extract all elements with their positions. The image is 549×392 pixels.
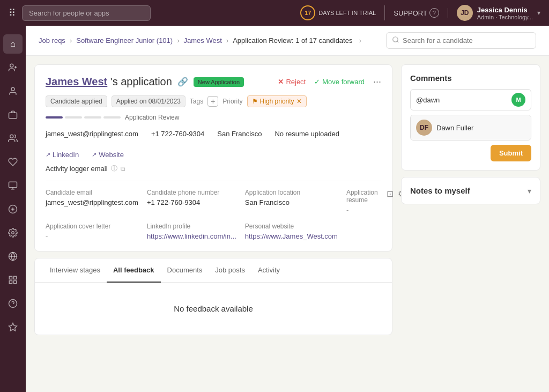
app-actions: ✕ Reject ✓ Move forward ··· bbox=[278, 76, 381, 87]
detail-resume-value: - bbox=[346, 206, 378, 214]
breadcrumb-job-title[interactable]: Software Engineer Junior (101) bbox=[76, 36, 173, 45]
svg-rect-16 bbox=[9, 281, 12, 284]
suggestion-item[interactable]: DF Dawn Fuller bbox=[411, 115, 531, 140]
resize-icon[interactable]: ⊡ bbox=[387, 189, 394, 199]
copy-icon[interactable]: ⧉ bbox=[121, 165, 125, 173]
sidebar-item-add-person[interactable] bbox=[3, 58, 23, 77]
progress-row: Application Review bbox=[46, 114, 381, 121]
location-display: San Francisco bbox=[217, 130, 262, 138]
details-divider bbox=[46, 181, 381, 181]
tab-job-posts[interactable]: Job posts bbox=[209, 258, 251, 283]
no-feedback-message: No feedback available bbox=[46, 304, 381, 313]
trial-badge: 17 DAYS LEFT IN TRIAL bbox=[300, 5, 385, 20]
activity-logger-label: Activity logger email bbox=[46, 165, 108, 173]
more-options-button[interactable]: ··· bbox=[373, 76, 381, 87]
detail-website-label: Personal website bbox=[245, 223, 338, 230]
mention-suggestion-dropdown: DF Dawn Fuller bbox=[410, 115, 531, 140]
detail-candidate-email: Candidate email james_west@ripplingtest.… bbox=[46, 189, 138, 214]
external-link-icon: ↗ bbox=[46, 151, 50, 158]
tab-all-feedback[interactable]: All feedback bbox=[107, 258, 161, 283]
global-search-input[interactable] bbox=[22, 5, 151, 21]
application-container: James West 's application 🔗 New Applicat… bbox=[26, 56, 549, 392]
tab-interview-stages[interactable]: Interview stages bbox=[43, 258, 107, 283]
add-tag-button[interactable]: + bbox=[207, 96, 218, 107]
notes-title: Notes to myself bbox=[410, 186, 470, 195]
breadcrumb-sep-2: › bbox=[177, 36, 179, 45]
right-panel: Comments M DF Dawn Fuller bbox=[401, 64, 540, 383]
trial-days-circle: 17 bbox=[300, 5, 315, 20]
nav-right: 17 DAYS LEFT IN TRIAL SUPPORT ? JD Jessi… bbox=[300, 5, 540, 21]
move-forward-button[interactable]: ✓ Move forward bbox=[314, 78, 365, 86]
remove-priority-button[interactable]: ✕ bbox=[296, 98, 302, 105]
svg-rect-14 bbox=[9, 276, 12, 279]
svg-point-3 bbox=[11, 87, 14, 91]
sidebar-item-globe[interactable] bbox=[3, 247, 23, 266]
detail-cover-letter-label: Application cover letter bbox=[46, 223, 138, 230]
new-application-badge: New Application bbox=[194, 77, 244, 87]
tabs-card: Interview stages All feedback Documents … bbox=[34, 258, 392, 335]
tabs-header: Interview stages All feedback Documents … bbox=[35, 258, 392, 283]
support-link[interactable]: SUPPORT ? bbox=[394, 8, 448, 18]
contact-row: james_west@ripplingtest.com +1 722-760-9… bbox=[46, 130, 381, 159]
sidebar: ⌂ bbox=[0, 26, 26, 392]
reject-button[interactable]: ✕ Reject bbox=[278, 78, 306, 86]
comment-avatar: M bbox=[511, 93, 525, 107]
external-link-icon-2: ↗ bbox=[92, 151, 97, 158]
avatar: JD bbox=[457, 5, 473, 21]
tab-activity[interactable]: Activity bbox=[251, 258, 286, 283]
sidebar-item-settings[interactable] bbox=[3, 223, 23, 242]
app-title: James West 's application 🔗 New Applicat… bbox=[46, 76, 244, 88]
sidebar-item-dollar[interactable] bbox=[3, 199, 23, 219]
user-name: Jessica Dennis bbox=[477, 6, 533, 14]
user-menu[interactable]: JD Jessica Dennis Admin · Technology... … bbox=[457, 5, 540, 21]
svg-rect-15 bbox=[14, 276, 17, 279]
notes-card[interactable]: Notes to myself ▾ bbox=[401, 177, 540, 204]
link-icon[interactable]: 🔗 bbox=[177, 77, 188, 87]
sidebar-item-briefcase[interactable] bbox=[3, 105, 23, 124]
sidebar-item-home[interactable]: ⌂ bbox=[3, 34, 23, 54]
detail-cover-letter-value: - bbox=[46, 232, 138, 240]
content-area: Job reqs › Software Engineer Junior (101… bbox=[26, 26, 549, 392]
submit-button[interactable]: Submit bbox=[491, 145, 531, 161]
breadcrumb: Job reqs › Software Engineer Junior (101… bbox=[26, 26, 549, 56]
app-header: James West 's application 🔗 New Applicat… bbox=[46, 76, 381, 88]
progress-seg-2 bbox=[65, 116, 82, 119]
detail-linkedin-label: LinkedIn profile bbox=[147, 223, 236, 230]
breadcrumb-candidate[interactable]: James West bbox=[184, 36, 222, 45]
email-display: james_west@ripplingtest.com bbox=[46, 130, 138, 138]
website-link[interactable]: ↗ Website bbox=[92, 151, 124, 159]
breadcrumb-sep-1: › bbox=[70, 36, 72, 45]
sidebar-item-team[interactable] bbox=[3, 129, 23, 148]
sidebar-item-heart[interactable] bbox=[3, 152, 23, 172]
application-title-suffix: 's application bbox=[110, 76, 172, 87]
candidate-name-link[interactable]: James West bbox=[46, 76, 107, 87]
detail-website: Personal website https://www.James_West.… bbox=[245, 223, 338, 240]
linkedin-detail-link[interactable]: https://www.linkedin.com/in... bbox=[147, 232, 236, 240]
details-grid: Candidate email james_west@ripplingtest.… bbox=[46, 189, 378, 240]
flag-icon: ⚑ bbox=[252, 98, 258, 105]
submit-row: Submit bbox=[410, 145, 531, 161]
progress-segments bbox=[46, 116, 121, 119]
sidebar-item-monitor[interactable] bbox=[3, 176, 23, 195]
detail-phone-value: +1 722-760-9304 bbox=[147, 198, 236, 206]
sidebar-item-grid[interactable] bbox=[3, 270, 23, 290]
sidebar-item-person[interactable] bbox=[3, 82, 23, 101]
candidate-search-input[interactable] bbox=[403, 36, 530, 45]
support-help-icon: ? bbox=[429, 8, 439, 18]
detail-linkedin-value: https://www.linkedin.com/in... bbox=[147, 232, 236, 240]
grid-menu-icon[interactable]: ⠿ bbox=[9, 7, 16, 19]
website-detail-link[interactable]: https://www.James_West.com bbox=[245, 232, 338, 240]
sidebar-item-star[interactable] bbox=[3, 317, 23, 337]
candidate-search[interactable] bbox=[386, 32, 536, 49]
tags-row: Candidate applied Applied on 08/01/2023 … bbox=[46, 95, 381, 107]
breadcrumb-sep-3: › bbox=[226, 36, 228, 45]
linkedin-link[interactable]: ↗ LinkedIn bbox=[46, 151, 79, 159]
comment-input[interactable] bbox=[416, 96, 508, 104]
breadcrumb-job-reqs[interactable]: Job reqs bbox=[39, 36, 65, 45]
tab-documents[interactable]: Documents bbox=[161, 258, 209, 283]
detail-phone-label: Candidate phone number bbox=[147, 189, 236, 196]
detail-cover-letter: Application cover letter - bbox=[46, 223, 138, 240]
forward-check-icon: ✓ bbox=[314, 78, 320, 86]
suggestion-avatar: DF bbox=[416, 120, 432, 136]
sidebar-item-help[interactable] bbox=[3, 294, 23, 313]
